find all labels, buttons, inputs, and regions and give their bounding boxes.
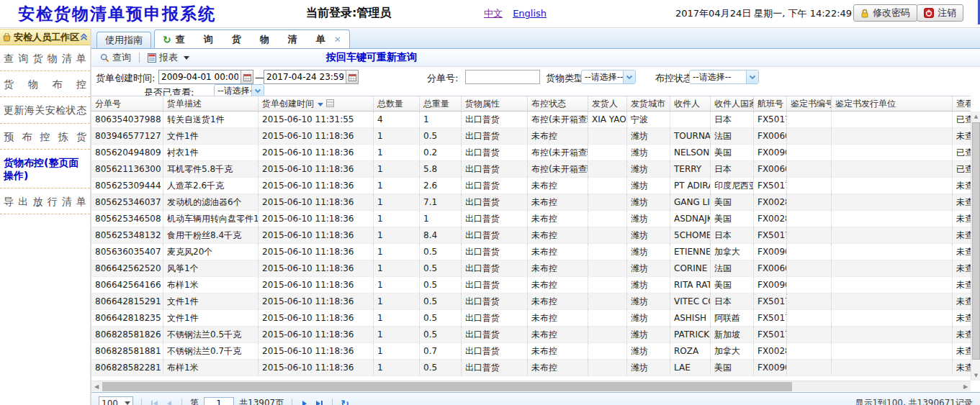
column-header[interactable]: 货物属性 (462, 96, 528, 112)
table-row[interactable]: 806828581881不锈钢法兰0.7千克2015-06-10 11:18:3… (91, 343, 971, 360)
table-cell: 1 (374, 310, 420, 326)
table-row[interactable]: 805620494809衬衣1件2015-06-10 11:18:3610.2出… (91, 145, 971, 161)
table-cell: 未查看 (953, 244, 971, 260)
column-header[interactable]: 货单描述 (163, 96, 259, 112)
table-row[interactable]: 805625309444人造革2.6千克2015-06-10 11:18:361… (91, 178, 971, 194)
column-header[interactable]: 货单创建时间 (259, 96, 374, 112)
report-button[interactable]: 报表 (148, 51, 189, 64)
horizontal-scroll-thumb[interactable] (102, 382, 792, 391)
scroll-right-icon[interactable]: ▶ (961, 381, 971, 392)
table-row[interactable]: 806642818235文件1件2015-06-10 11:18:3610.5出… (91, 310, 971, 327)
column-header[interactable]: 收件人国家 (711, 96, 754, 112)
sidebar-item-cargo-control-fullpage[interactable]: 货物布控(整页面操作) (0, 150, 90, 188)
scroll-down-icon[interactable]: ▼ (971, 370, 980, 381)
tab-close-icon[interactable]: ✕ (334, 35, 341, 45)
horizontal-scrollbar[interactable]: ◀ ▶ (91, 381, 971, 391)
sidebar-item-precontrol-picking[interactable]: 预布控拣货 (0, 124, 90, 150)
table-cell: 阿联酋 (711, 310, 754, 326)
table-cell: 加拿大 (711, 343, 754, 359)
table-row[interactable]: 806642564166布样1米2015-06-10 11:18:3610.5出… (91, 277, 971, 293)
logout-button[interactable]: 注销 (917, 4, 963, 22)
table-row[interactable]: 806642562520风筝1个2015-06-10 11:18:3610.5出… (91, 260, 971, 277)
sidebar-item-query-cargo-list[interactable]: 查询货物清单 (0, 45, 90, 71)
column-header[interactable]: 鉴定书编号 (787, 96, 832, 112)
table-row[interactable]: 806828582281布样1米2015-06-10 11:18:3610.5出… (91, 360, 971, 376)
column-header[interactable]: 航班号 (754, 96, 787, 112)
lang-english-link[interactable]: English (513, 8, 547, 19)
change-password-button[interactable]: 修改密码 (853, 4, 917, 22)
table-cell: 日本 (711, 161, 754, 177)
prev-page-button[interactable] (164, 399, 174, 405)
sidebar-item-cargo-control[interactable]: 货物布控 (0, 71, 90, 97)
column-header[interactable]: 查看与否 (953, 96, 971, 112)
next-page-button[interactable] (300, 399, 310, 405)
column-header[interactable]: 发货人 (588, 96, 627, 112)
tab-refresh-icon[interactable]: ↻ (163, 34, 171, 45)
page-number-input[interactable] (204, 397, 234, 405)
table-cell: 1 (374, 343, 420, 359)
date-to-input[interactable] (264, 71, 346, 83)
date-to-field[interactable] (264, 70, 359, 84)
calendar-icon[interactable] (240, 70, 253, 83)
table-cell: 加拿大 (711, 244, 754, 260)
column-header[interactable]: 总重量 (420, 96, 462, 112)
table-cell: 1 (374, 277, 420, 293)
last-page-button[interactable] (315, 399, 324, 405)
table-row[interactable]: 806828581826不锈钢法兰0.5千克2015-06-10 11:18:3… (91, 327, 971, 343)
vertical-scrollbar[interactable]: ▲ ▼ (971, 112, 980, 381)
table-cell: 出口普货 (462, 112, 528, 127)
sidebar-item-update-customs-status[interactable]: 更新海关安检状态 (0, 97, 90, 123)
first-page-button[interactable] (150, 399, 159, 405)
table-cell (588, 145, 627, 160)
vertical-scroll-thumb[interactable] (972, 122, 980, 360)
column-header[interactable]: 发货城市 (627, 96, 670, 112)
table-cell: 805625346037 (91, 194, 163, 210)
table-row[interactable]: 805636035407麦克风20个2015-06-10 11:18:3610.… (91, 244, 971, 260)
date-from-field[interactable] (158, 70, 253, 84)
tab-query-cargo-list[interactable]: ↻ 查询货物清单 ✕ (154, 29, 350, 48)
column-header[interactable]: 布控状态 (528, 96, 588, 112)
tab-user-guide[interactable]: 使用指南 (96, 32, 151, 48)
column-header[interactable]: 鉴定书发行单位 (832, 96, 953, 112)
refresh-icon[interactable]: ↻ (341, 398, 349, 405)
table-cell: 806642818235 (91, 310, 163, 326)
lang-chinese-link[interactable]: 中文 (484, 8, 503, 19)
table-row[interactable]: 806354037988转关自送货1件2015-06-10 11:31:5541… (91, 112, 971, 128)
table-cell (670, 112, 711, 127)
table-row[interactable]: 805625346508机动车辆用转向盘零件1千克2015-06-10 11:1… (91, 211, 971, 227)
calendar-icon[interactable] (346, 70, 358, 83)
table-cell: FX5017 (754, 310, 787, 326)
table-row[interactable]: 805625346037发动机的滤油器6个2015-06-10 11:18:36… (91, 194, 971, 211)
scroll-left-icon[interactable]: ◀ (91, 381, 102, 392)
date-from-input[interactable] (159, 71, 240, 83)
table-cell: 805625346508 (91, 211, 163, 227)
table-cell: 1 (374, 360, 420, 376)
grid-header-row: 分单号货单描述货单创建时间总数量总重量货物属性布控状态发货人发货城市收件人收件人… (91, 96, 971, 112)
login-status: 当前登录:管理员 (306, 6, 391, 21)
scroll-up-icon[interactable]: ▲ (971, 112, 980, 122)
table-cell: 未查看 (953, 310, 971, 326)
sidebar-item-export-release-list[interactable]: 导出放行清单 (0, 188, 90, 214)
waybill-input[interactable] (466, 71, 539, 83)
table-row[interactable]: 806642815291文件1件2015-06-10 11:18:3610.5出… (91, 293, 971, 310)
table-row[interactable]: 805621136300耳机零件5.8千克2015-06-10 11:18:36… (91, 161, 971, 178)
column-header[interactable]: 分单号 (91, 96, 163, 112)
page-size-select[interactable]: 100 (99, 396, 133, 405)
waybill-field[interactable] (465, 70, 540, 84)
table-row[interactable]: 803946577127文件1件2015-06-10 11:18:3610.5出… (91, 128, 971, 145)
collapse-chevron-icon[interactable] (80, 33, 88, 41)
table-cell: 未查看 (953, 293, 971, 309)
column-menu-icon[interactable] (326, 99, 334, 107)
sidebar-header[interactable]: 安检人员工作区 (0, 29, 90, 45)
cargo-type-select[interactable]: --请选择-- (581, 70, 636, 84)
table-cell: 出口普货 (462, 178, 528, 194)
control-status-select[interactable]: --请选择-- (689, 70, 759, 84)
query-button[interactable]: 查询 (100, 51, 131, 64)
column-header[interactable]: 收件人 (670, 96, 711, 112)
column-header[interactable]: 总数量 (374, 96, 420, 112)
cargo-type-label: 货物类型: (546, 72, 586, 85)
table-row[interactable]: 805625348132食用干粉丝8.4千克2015-06-10 11:18:3… (91, 227, 971, 244)
table-cell (787, 145, 832, 160)
table-cell: 麦克风20个 (163, 244, 259, 260)
table-cell (832, 343, 953, 359)
